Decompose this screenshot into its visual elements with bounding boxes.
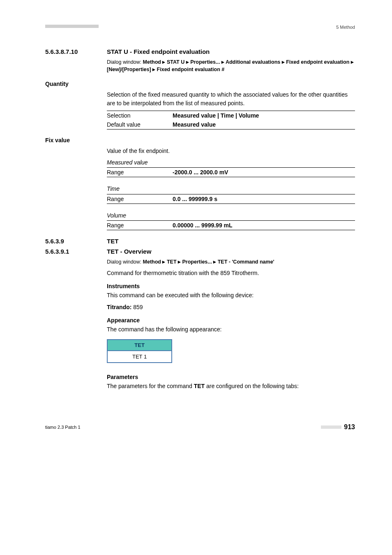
tet-card-header: TET — [108, 340, 171, 351]
dialog-path: Dialog window: Method ▸ STAT U ▸ Propert… — [107, 58, 355, 73]
group-title: Measured value — [107, 158, 355, 166]
footer-ornament — [321, 426, 341, 429]
dialog-prefix: Dialog window: — [107, 259, 143, 265]
dialog-path-text: Method ▸ STAT U ▸ Properties... ▸ Additi… — [107, 59, 354, 72]
header-ornament-left — [45, 25, 99, 28]
tet-command-card: TET TET 1 — [107, 339, 172, 363]
kv-value: Measured value — [173, 120, 355, 130]
kv-key: Range — [107, 168, 173, 177]
section-number: 5.6.3.9.1 — [45, 248, 107, 255]
group-title: Volume — [107, 211, 355, 220]
param-text-a: The parameters for the command — [107, 383, 194, 389]
titrando-value: 859 — [131, 304, 143, 310]
instruments-heading: Instruments — [107, 283, 355, 289]
fixvalue-desc: Value of the fix endpoint. — [107, 147, 355, 155]
dialog-path: Dialog window: Method ▸ TET ▸ Properties… — [107, 258, 355, 266]
footer-left: tiamo 2.3 Patch 1 — [45, 425, 81, 430]
header-right: 5 Method — [336, 25, 355, 30]
tet-card-body: TET 1 — [108, 351, 171, 362]
param-text-c: are configured on the following tabs: — [205, 383, 299, 389]
kv-value: Measured value | Time | Volume — [173, 111, 355, 120]
range-table: Range 0.0 ... 999999.9 s — [107, 194, 355, 204]
group-title: Time — [107, 185, 355, 193]
quantity-heading: Quantity — [45, 81, 355, 87]
quantity-desc: Selection of the fixed measured quantity… — [107, 90, 355, 107]
kv-key: Range — [107, 194, 173, 204]
param-text-b: TET — [194, 383, 205, 389]
kv-value: -2000.0 ... 2000.0 mV — [173, 168, 355, 177]
section-title: TET - Overview — [107, 248, 151, 255]
fixvalue-heading: Fix value — [45, 137, 355, 143]
kv-key: Selection — [107, 111, 173, 120]
dialog-path-text: Method ▸ TET ▸ Properties... ▸ TET - 'Co… — [143, 259, 274, 265]
dialog-prefix: Dialog window: — [107, 59, 143, 65]
section-title: TET — [107, 238, 118, 245]
titrando-line: Titrando: 859 — [107, 303, 355, 311]
section-title: STAT U - Fixed endpoint evaluation — [107, 48, 210, 55]
kv-value: 0.0 ... 999999.9 s — [173, 194, 355, 204]
parameters-heading: Parameters — [107, 374, 355, 380]
titrando-label: Titrando: — [107, 304, 131, 310]
kv-value: 0.00000 ... 9999.99 mL — [173, 221, 355, 230]
footer-page-number: 913 — [344, 423, 355, 431]
parameters-line: The parameters for the command TET are c… — [107, 382, 355, 390]
kv-key: Range — [107, 221, 173, 230]
appearance-line: The command has the following appearance… — [107, 325, 355, 333]
quantity-table: Selection Measured value | Time | Volume… — [107, 111, 355, 130]
section-number: 5.6.3.9 — [45, 238, 107, 245]
range-table: Range -2000.0 ... 2000.0 mV — [107, 167, 355, 177]
section-number: 5.6.3.8.7.10 — [45, 48, 107, 55]
appearance-heading: Appearance — [107, 317, 355, 324]
tet-overview-line: Command for thermometric titration with … — [107, 269, 355, 277]
kv-key: Default value — [107, 120, 173, 130]
instruments-line: This command can be executed with the fo… — [107, 291, 355, 299]
range-table: Range 0.00000 ... 9999.99 mL — [107, 220, 355, 230]
